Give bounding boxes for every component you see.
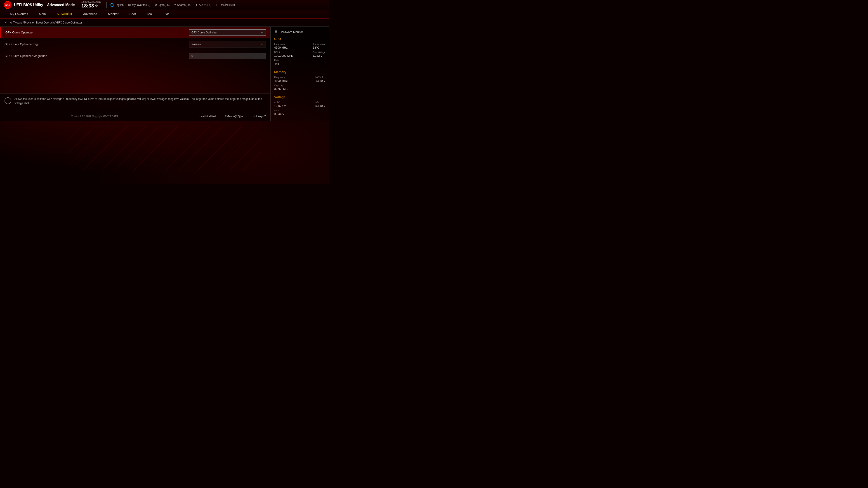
language-button[interactable]: 🌐 English — [110, 3, 124, 7]
gfx-curve-optimizer-magnitude-control — [189, 53, 266, 59]
hw-monitor-sidebar: 🖥 Hardware Monitor CPU Frequency 4500 MH… — [270, 27, 329, 121]
cpu-ratio-value: 45x — [274, 62, 279, 66]
mem-mc-volt-col: MC Volt 1.120 V — [315, 76, 326, 83]
breadcrumb-text: Ai Tweaker\Precision Boost Overdrive\GFX… — [10, 21, 82, 24]
gfx-curve-optimizer-magnitude-input[interactable] — [189, 53, 266, 59]
version-text: Version 2.22.1284 Copyright (C) 2022 AMI — [71, 115, 118, 118]
qfan-button[interactable]: ⟳ Qfan(F6) — [155, 3, 169, 7]
volt-12v-col: +12V 12.076 V — [274, 101, 286, 107]
cpu-bclk-label: BCLK — [274, 51, 293, 54]
header-bar: ROG UEFI BIOS Utility – Advanced Mode 12… — [0, 0, 329, 10]
tab-advanced[interactable]: Advanced — [78, 10, 102, 18]
cpu-temperature-col: Temperature 18°C — [313, 43, 326, 49]
gfx-curve-optimizer-sign-value: Positive — [191, 43, 201, 46]
tab-ai-tweaker[interactable]: Ai Tweaker — [51, 10, 78, 18]
voltage-section-title: Voltage — [274, 95, 326, 99]
my-favorite-button[interactable]: ⊞ MyFavorite(F3) — [128, 3, 150, 7]
dropdown-arrow-icon: ▼ — [260, 31, 264, 34]
mem-capacity-row: Capacity 32768 MB — [274, 84, 326, 91]
mem-mc-volt-value: 1.120 V — [315, 79, 326, 83]
content-area: GFX Curve Optimizer GFX Curve Optimizer … — [0, 27, 329, 121]
tab-monitor[interactable]: Monitor — [103, 10, 124, 18]
gfx-curve-optimizer-magnitude-label: GFX Curve Optimizer Magnitude — [4, 54, 47, 58]
hw-monitor-title: 🖥 Hardware Monitor — [274, 30, 326, 34]
gfx-curve-optimizer-sign-dropdown[interactable]: Positive ▼ — [189, 41, 266, 47]
volt-33v-value: 3.344 V — [274, 112, 284, 116]
resize-bar-button[interactable]: ⊡ ReSize BAR — [216, 3, 235, 7]
settings-panel: GFX Curve Optimizer GFX Curve Optimizer … — [0, 27, 270, 94]
header-divider-2 — [106, 2, 107, 8]
bottom-bar: Version 2.22.1284 Copyright (C) 2022 AMI… — [0, 111, 270, 121]
footer-divider-2 — [248, 114, 248, 119]
fan-icon: ⟳ — [155, 3, 158, 7]
mem-capacity-label: Capacity — [274, 84, 287, 87]
cpu-ratio-row: Ratio 45x — [274, 59, 326, 66]
svg-text:ROG: ROG — [5, 4, 10, 6]
monitor-icon: 🖥 — [274, 30, 278, 34]
qfan-label: Qfan(F6) — [159, 3, 169, 6]
mem-frequency-value: 4800 MHz — [274, 79, 287, 83]
aura-label: AURA(F4) — [199, 3, 211, 6]
aura-icon: ✦ — [195, 3, 198, 7]
tab-main[interactable]: Main — [33, 10, 51, 18]
dropdown-sign-arrow-icon: ▼ — [260, 43, 264, 46]
hw-monitor-label: Hardware Monitor — [280, 30, 303, 34]
volt-12v-value: 12.076 V — [274, 104, 286, 107]
volt-33v-row: +3.3V 3.344 V — [274, 109, 326, 116]
hot-keys-label: Hot Keys ? — [252, 115, 266, 118]
cpu-frequency-col: Frequency 4500 MHz — [274, 43, 287, 49]
language-label: English — [115, 3, 124, 6]
gfx-curve-optimizer-control: GFX Curve Optimizer ▼ — [189, 29, 266, 36]
tab-exit[interactable]: Exit — [158, 10, 174, 18]
volt-5v-col: +5V 5.140 V — [315, 101, 326, 107]
gfx-curve-optimizer-value: GFX Curve Optimizer — [191, 31, 217, 34]
settings-gear-icon[interactable]: ⚙ — [95, 4, 98, 8]
rog-logo-icon: ROG — [4, 1, 12, 9]
volt-12v-label: +12V — [274, 101, 286, 104]
cpu-frequency-label: Frequency — [274, 43, 287, 45]
search-button[interactable]: ? Search(F9) — [174, 3, 191, 7]
volt-33v-label: +3.3V — [274, 109, 284, 112]
mem-frequency-col: Frequency 4800 MHz — [274, 76, 287, 83]
cpu-core-voltage-value: 1.232 V — [312, 54, 326, 57]
mem-mc-volt-label: MC Volt — [315, 76, 326, 78]
left-panel: GFX Curve Optimizer GFX Curve Optimizer … — [0, 27, 270, 121]
tab-my-favorites[interactable]: My Favorites — [4, 10, 33, 18]
mem-capacity-value: 32768 MB — [274, 87, 287, 91]
info-text: Allows the user to shift the GFX Voltage… — [14, 97, 266, 105]
mem-capacity-col: Capacity 32768 MB — [274, 84, 287, 91]
setting-row-gfx-curve-optimizer-sign: GFX Curve Optimizer Sign Positive ▼ — [0, 38, 270, 50]
time-display: 18:33 ⚙ — [81, 3, 98, 8]
last-modified-button[interactable]: Last Modified — [199, 115, 216, 118]
cpu-freq-temp-row: Frequency 4500 MHz Temperature 18°C — [274, 43, 326, 49]
my-favorite-label: MyFavorite(F3) — [132, 3, 150, 6]
footer-divider-1 — [220, 114, 220, 119]
cpu-ratio-col: Ratio 45x — [274, 59, 279, 66]
mem-frequency-label: Frequency — [274, 76, 287, 78]
logo-area: ROG UEFI BIOS Utility – Advanced Mode — [4, 1, 75, 9]
cpu-memory-divider — [274, 68, 326, 68]
nav-bar: My Favorites Main Ai Tweaker Advanced Mo… — [0, 10, 329, 19]
cpu-bclk-col: BCLK 100.0000 MHz — [274, 51, 293, 57]
globe-icon: 🌐 — [110, 3, 114, 7]
hot-keys-button[interactable]: Hot Keys ? — [252, 115, 266, 118]
back-arrow-icon[interactable]: ← — [4, 21, 8, 25]
header-toolbar: 🌐 English ⊞ MyFavorite(F3) ⟳ Qfan(F6) ? … — [110, 3, 326, 7]
setting-row-gfx-curve-optimizer-magnitude: GFX Curve Optimizer Magnitude — [0, 50, 270, 62]
info-icon: i — [4, 97, 11, 104]
cpu-section-title: CPU — [274, 37, 326, 41]
tab-tool[interactable]: Tool — [141, 10, 158, 18]
favorites-icon: ⊞ — [128, 3, 131, 7]
cpu-frequency-value: 4500 MHz — [274, 46, 287, 49]
volt-5v-value: 5.140 V — [315, 104, 326, 107]
search-label: Search(F9) — [177, 3, 191, 6]
gfx-curve-optimizer-dropdown[interactable]: GFX Curve Optimizer ▼ — [189, 29, 266, 36]
resize-bar-label: ReSize BAR — [220, 3, 235, 6]
cpu-bclk-value: 100.0000 MHz — [274, 54, 293, 57]
last-modified-label: Last Modified — [199, 115, 216, 118]
aura-button[interactable]: ✦ AURA(F4) — [195, 3, 211, 7]
cpu-core-voltage-col: Core Voltage 1.232 V — [312, 51, 326, 57]
tab-boot[interactable]: Boot — [124, 10, 141, 18]
cpu-core-voltage-label: Core Voltage — [312, 51, 326, 54]
ez-mode-button[interactable]: EzMode(F7)|→ — [225, 115, 243, 118]
